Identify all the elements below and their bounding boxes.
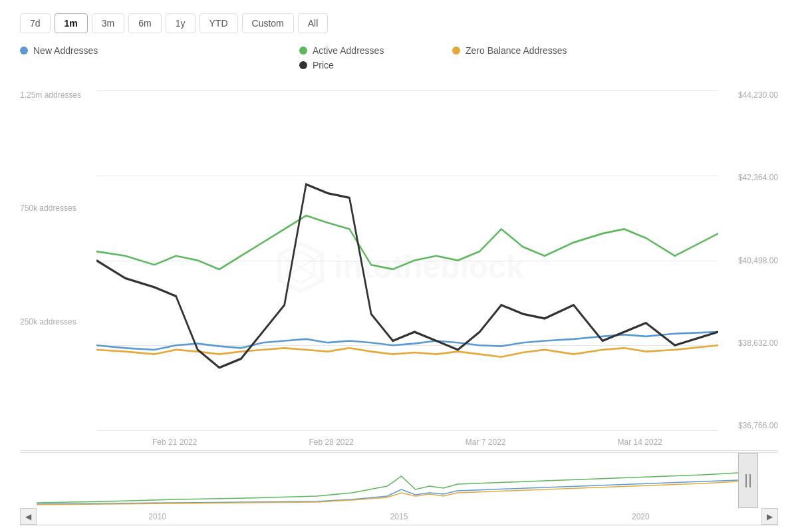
btn-all[interactable]: All — [298, 13, 329, 33]
active-addresses-dot — [299, 47, 307, 55]
price-dot — [299, 61, 307, 69]
btn-1m[interactable]: 1m — [55, 13, 88, 33]
btn-7d[interactable]: 7d — [20, 13, 51, 33]
btn-3m[interactable]: 3m — [92, 13, 124, 33]
y-right-1: $44,230.00 — [718, 90, 778, 100]
y-right-2: $42,364.00 — [718, 173, 778, 182]
zero-balance-label: Zero Balance Addresses — [466, 45, 567, 56]
legend-new-addresses[interactable]: New Addresses — [20, 45, 153, 56]
y-left-bot: 250k addresses — [20, 317, 100, 327]
x-axis: Feb 21 2022 Feb 28 2022 Mar 7 2022 Mar 1… — [96, 438, 718, 447]
y-axis-right: $44,230.00 $42,364.00 $40,498.00 $38,632… — [718, 84, 778, 450]
chart-svg — [96, 90, 718, 430]
mini-chart: ◀ ▶ 2010 2015 2020 — [20, 452, 778, 525]
price-label: Price — [313, 60, 334, 70]
y-axis-left: 1.25m addresses 750k addresses 250k addr… — [20, 84, 100, 450]
y-left-mid: 750k addresses — [20, 203, 100, 213]
chart-area: 1.25m addresses 750k addresses 250k addr… — [20, 84, 778, 525]
chart-legend: New Addresses Active Addresses Zero Bala… — [20, 45, 778, 70]
mini-year-labels: 2010 2015 2020 — [37, 512, 761, 521]
zero-balance-dot — [452, 47, 460, 55]
x-label-3: Mar 7 2022 — [466, 438, 506, 447]
zero-balance-line — [96, 345, 718, 356]
x-label-4: Mar 14 2022 — [618, 438, 662, 447]
scrubber-handle — [745, 474, 751, 487]
new-addresses-dot — [20, 47, 28, 55]
legend-price[interactable]: Price — [299, 60, 446, 70]
y-right-3: $40,498.00 — [718, 256, 778, 265]
main-chart: 1.25m addresses 750k addresses 250k addr… — [20, 84, 778, 451]
active-addresses-line — [96, 215, 718, 269]
price-line — [96, 184, 718, 368]
x-label-1: Feb 21 2022 — [152, 438, 197, 447]
y-right-5: $36,766.00 — [718, 421, 778, 430]
btn-custom[interactable]: Custom — [242, 13, 294, 33]
mini-nav-right[interactable]: ▶ — [761, 508, 778, 525]
btn-1y[interactable]: 1y — [166, 13, 196, 33]
y-right-4: $38,632.00 — [718, 338, 778, 348]
y-left-top: 1.25m addresses — [20, 90, 100, 100]
new-addresses-label: New Addresses — [33, 45, 98, 56]
mini-year-3: 2020 — [632, 512, 650, 521]
grid-line-5 — [96, 430, 718, 431]
legend-zero-balance[interactable]: Zero Balance Addresses — [452, 45, 585, 56]
mini-year-2: 2015 — [390, 512, 408, 521]
active-addresses-label: Active Addresses — [313, 45, 384, 56]
x-label-2: Feb 28 2022 — [309, 438, 353, 447]
mini-svg — [37, 456, 738, 506]
mini-scrubber[interactable] — [738, 453, 758, 508]
time-range-selector: 7d 1m 3m 6m 1y YTD Custom All — [20, 13, 778, 33]
legend-active-addresses[interactable]: Active Addresses — [299, 45, 446, 56]
btn-ytd[interactable]: YTD — [200, 13, 238, 33]
mini-nav-left[interactable]: ◀ — [20, 508, 37, 525]
mini-year-1: 2010 — [148, 512, 166, 521]
btn-6m[interactable]: 6m — [128, 13, 161, 33]
